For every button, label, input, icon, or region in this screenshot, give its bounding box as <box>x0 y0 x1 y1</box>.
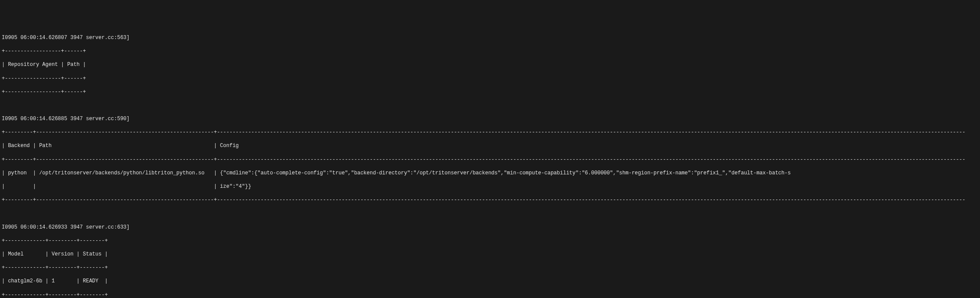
table-border: +---------+-----------------------------… <box>2 157 978 164</box>
table-border: +------------------+------+ <box>2 75 978 82</box>
blank-line <box>2 102 978 109</box>
table-header: | Repository Agent | Path | <box>2 62 978 69</box>
table-border: +---------+-----------------------------… <box>2 129 978 136</box>
table-header: | Backend | Path | Config <box>2 143 978 150</box>
blank-line <box>2 210 978 217</box>
table-border: +-------------+---------+--------+ <box>2 292 978 298</box>
table-border: +-------------+---------+--------+ <box>2 238 978 245</box>
table-border: +------------------+------+ <box>2 89 978 96</box>
table-border: +-------------+---------+--------+ <box>2 265 978 272</box>
table-header: | Model | Version | Status | <box>2 251 978 258</box>
table-border: +---------+-----------------------------… <box>2 197 978 204</box>
table-row: | python | /opt/tritonserver/backends/py… <box>2 170 978 177</box>
log-header: I0905 06:00:14.626807 3947 server.cc:563… <box>2 35 978 42</box>
table-row: | chatglm2-6b | 1 | READY | <box>2 278 978 285</box>
table-row: | | | ize":"4"}} <box>2 183 978 190</box>
table-border: +------------------+------+ <box>2 48 978 55</box>
log-header: I0905 06:00:14.626885 3947 server.cc:590… <box>2 116 978 123</box>
terminal-output: I0905 06:00:14.626807 3947 server.cc:563… <box>2 28 978 298</box>
log-header: I0905 06:00:14.626933 3947 server.cc:633… <box>2 224 978 231</box>
